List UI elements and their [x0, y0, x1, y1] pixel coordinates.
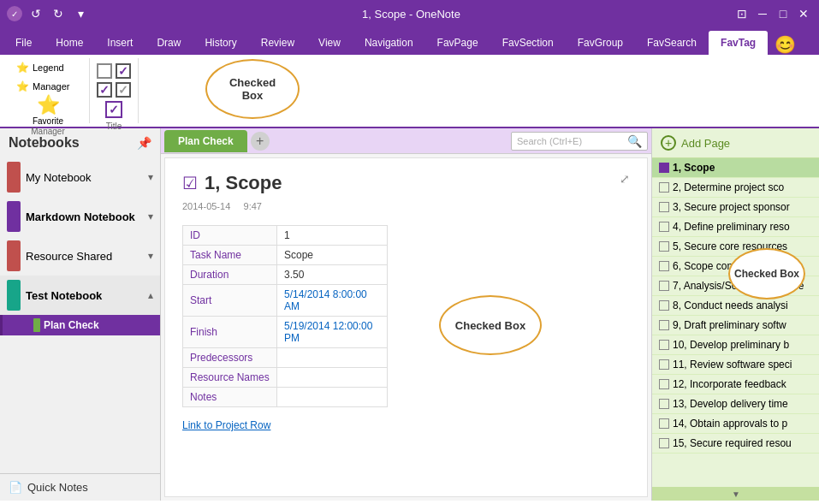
tab-favpage[interactable]: FavPage	[425, 31, 490, 55]
page-item-label-12: 13, Develop delivery time	[673, 398, 788, 410]
link-row: Link to Project Row	[165, 414, 647, 436]
empty-checkbox-1[interactable]	[97, 63, 112, 79]
page-item-12[interactable]: 13, Develop delivery time	[652, 394, 819, 414]
nb-color-markdown	[7, 201, 21, 232]
legend-btn[interactable]: ⭐ Legend	[14, 60, 82, 75]
page-cb-6	[659, 281, 669, 291]
page-item-3[interactable]: 4, Define preliminary reso	[652, 217, 819, 237]
tab-favsearch[interactable]: FavSearch	[635, 31, 709, 55]
quick-notes[interactable]: 📄 Quick Notes	[0, 473, 160, 501]
search-icon[interactable]: 🔍	[627, 134, 642, 148]
tab-file[interactable]: File	[3, 31, 44, 55]
page-item-2[interactable]: 3, Secure project sponsor	[652, 198, 819, 217]
ribbon-group-title: ✓ ✓ ✓ ✓ Title	[90, 58, 139, 123]
page-item-11[interactable]: 12, Incorporate feedback	[652, 375, 819, 394]
nb-label-test: Test Notebook	[26, 289, 143, 302]
notebook-resource-shared[interactable]: Resource Shared ▾	[0, 236, 160, 276]
quick-access-btn[interactable]: ▾	[72, 5, 89, 22]
page-cb-4	[659, 241, 669, 252]
tab-home[interactable]: Home	[44, 31, 95, 55]
close-btn[interactable]: ✕	[795, 5, 812, 22]
page-item-9[interactable]: 10, Develop preliminary b	[652, 335, 819, 355]
table-row: Task Name Scope	[183, 246, 388, 265]
page-item-7[interactable]: 8, Conduct needs analysi	[652, 296, 819, 316]
table-row: Start 5/14/2014 8:00:00 AM	[183, 285, 388, 317]
minimize-btn[interactable]: ─	[754, 5, 771, 22]
window-controls: ⊡ ─ □ ✕	[733, 5, 812, 22]
cell-value-id: 1	[277, 226, 388, 246]
favorite-btn[interactable]: ⭐ Favorite	[33, 94, 63, 125]
notebook-my-notebook[interactable]: My Notebook ▾	[0, 157, 160, 197]
tab-navigation[interactable]: Navigation	[353, 31, 425, 55]
tab-favgroup[interactable]: FavGroup	[566, 31, 635, 55]
content-callout: Checked Box	[439, 295, 542, 355]
page-item-label-8: 9, Draft preliminary softw	[673, 319, 786, 331]
notebook-markdown[interactable]: Markdown Notebook ▾	[0, 197, 160, 236]
checked-checkbox-4[interactable]: ✓	[105, 101, 122, 118]
page-item-5[interactable]: 6, Scope complete	[652, 257, 819, 276]
tab-add-btn[interactable]: +	[251, 132, 270, 151]
page-item-1[interactable]: 2, Determine project sco	[652, 178, 819, 198]
table-row: ID 1	[183, 226, 388, 246]
page-item-label-5: 6, Scope complete	[673, 260, 757, 272]
page-cb-5	[659, 261, 669, 271]
page-item-4[interactable]: 5, Secure core resources	[652, 237, 819, 257]
undo-btn[interactable]: ↺	[27, 5, 45, 22]
smiley-icon: 😊	[774, 34, 796, 55]
tab-plan-check[interactable]: Plan Check	[164, 130, 247, 152]
ribbon-tabs: File Home Insert Draw History Review Vie…	[0, 27, 819, 55]
checked-checkbox-2[interactable]: ✓	[97, 82, 112, 98]
manager-btn[interactable]: ⭐ Manager	[14, 79, 82, 94]
section-plan-check[interactable]: Plan Check	[0, 315, 160, 335]
nb-expand-test[interactable]: ▴	[148, 289, 153, 301]
page-cb-9	[659, 340, 669, 350]
page-time: 9:47	[244, 201, 262, 211]
maximize-btn[interactable]: □	[774, 5, 792, 22]
page-item-10[interactable]: 11, Review software speci	[652, 355, 819, 375]
cell-label-notes: Notes	[183, 388, 277, 407]
sidebar: Notebooks 📌 My Notebook ▾ Markdown Noteb…	[0, 128, 161, 501]
page-item-8[interactable]: 9, Draft preliminary softw	[652, 316, 819, 335]
table-row: Finish 5/19/2014 12:00:00 PM	[183, 317, 388, 348]
scroll-down-btn[interactable]: ▼	[652, 487, 819, 501]
nb-expand-markdown[interactable]: ▾	[148, 210, 153, 222]
tab-draw[interactable]: Draw	[145, 31, 193, 55]
expand-icon[interactable]: ⤢	[620, 172, 630, 186]
redo-btn[interactable]: ↻	[50, 5, 67, 22]
nb-expand-resource[interactable]: ▾	[148, 250, 153, 262]
tab-favtag[interactable]: FavTag	[709, 31, 768, 55]
add-page-label: Add Page	[681, 137, 730, 150]
cell-value-predecessors	[277, 348, 388, 368]
sidebar-header: Notebooks 📌	[0, 128, 160, 157]
page-cb-13	[659, 418, 669, 429]
page-item-0[interactable]: 1, Scope	[652, 158, 819, 178]
ribbon: ⭐ Legend ⭐ Manager ⭐ Favorite Manager ✓ …	[0, 55, 819, 128]
search-placeholder: Search (Ctrl+E)	[517, 136, 582, 146]
add-page-btn[interactable]: + Add Page	[652, 128, 819, 158]
content-area: Plan Check + Search (Ctrl+E) 🔍 ☑ 1, Scop…	[161, 128, 651, 501]
checked-checkbox-3[interactable]: ✓	[116, 82, 131, 98]
page-item-13[interactable]: 14, Obtain approvals to p	[652, 414, 819, 434]
page-item-14[interactable]: 15, Secure required resou	[652, 434, 819, 454]
sidebar-pin-icon[interactable]: 📌	[137, 136, 151, 150]
tab-favsection[interactable]: FavSection	[490, 31, 566, 55]
tab-insert[interactable]: Insert	[95, 31, 145, 55]
page-title-checkbox[interactable]: ☑	[182, 173, 198, 193]
page-item-label-3: 4, Define preliminary reso	[673, 221, 790, 233]
quick-notes-label: Quick Notes	[27, 481, 88, 494]
nb-expand-my-notebook[interactable]: ▾	[148, 171, 153, 183]
restore-btn[interactable]: ⊡	[733, 5, 751, 22]
checked-checkbox-1[interactable]: ✓	[116, 63, 131, 79]
page-item-6[interactable]: 7, Analysis/Software Require	[652, 276, 819, 296]
project-row-link[interactable]: Link to Project Row	[182, 419, 270, 431]
page-item-label-13: 14, Obtain approvals to p	[673, 418, 787, 430]
nb-color-my-notebook	[7, 162, 21, 193]
notebook-test[interactable]: Test Notebook ▴	[0, 276, 160, 315]
page-cb-0	[659, 163, 669, 173]
tab-view[interactable]: View	[306, 31, 353, 55]
page-item-label-6: 7, Analysis/Software Require	[673, 280, 804, 292]
main-layout: Notebooks 📌 My Notebook ▾ Markdown Noteb…	[0, 128, 819, 501]
search-bar[interactable]: Search (Ctrl+E) 🔍	[511, 132, 648, 151]
tab-history[interactable]: History	[193, 31, 248, 55]
tab-review[interactable]: Review	[249, 31, 306, 55]
